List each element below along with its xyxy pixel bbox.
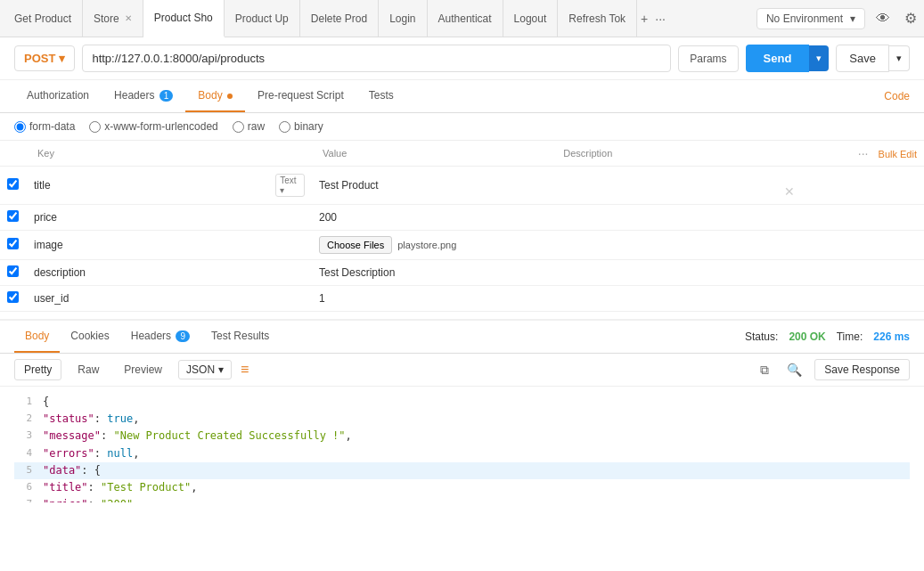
desc-input-image[interactable] [560,239,795,251]
save-dropdown-button[interactable]: ▾ [889,45,910,71]
option-form-data[interactable]: form-data [14,120,75,133]
choose-files-button[interactable]: Choose Files [319,236,392,254]
env-dropdown[interactable]: No Environment ▾ [756,8,865,29]
add-tab-button[interactable]: + [637,10,651,28]
key-cell-image [27,231,312,260]
tab-product-sho[interactable]: Product Sho [143,0,225,37]
resp-tab-cookies[interactable]: Cookies [60,321,119,353]
send-button[interactable]: Send [746,45,810,72]
value-input-price[interactable] [319,211,545,224]
desc-input-price[interactable] [560,211,795,224]
url-bar: POST ▾ Params Send ▾ Save ▾ [0,37,924,80]
tab-product-up[interactable]: Product Up [225,0,300,37]
save-response-button[interactable]: Save Response [814,359,910,380]
json-line-4: 4 "errors": null, [14,445,910,462]
desc-input-user_id[interactable] [560,292,795,305]
col-key: Key [27,141,312,167]
tab-authenticat[interactable]: Authenticat [428,0,503,37]
resp-cookies-label: Cookies [70,330,109,342]
row-checkbox-image[interactable] [7,238,19,249]
table-row [0,205,924,231]
key-cell-title: Text ▾ [27,167,312,205]
tab-store[interactable]: Store✕ [83,0,143,37]
tab-login[interactable]: Login [379,0,427,37]
tab-label: Product Sho [154,12,213,24]
method-label: POST [24,52,55,65]
value-input-title[interactable] [319,179,545,192]
new-row-value-cell[interactable]: Value [312,312,552,320]
json-line-3: 3 "message": "New Product Created Succes… [14,428,910,445]
save-button[interactable]: Save [836,45,889,72]
value-cell-user_id [312,286,552,312]
fmt-pretty[interactable]: Pretty [14,359,61,380]
line-content: "message": "New Product Created Successf… [43,428,352,445]
eye-icon[interactable]: 👁 [872,7,894,30]
line-content: "title": "Test Product", [43,479,197,496]
value-input-user_id[interactable] [319,292,545,305]
json-line-7: 7 "price": "200", [14,496,910,502]
desc-input-title[interactable] [560,172,795,184]
col-description: Description [552,141,802,167]
key-input-user_id[interactable] [34,292,305,305]
tab-body[interactable]: Body [185,80,245,112]
delete-row-button[interactable]: ✕ [784,184,795,199]
code-link[interactable]: Code [884,90,910,102]
more-tabs-button[interactable]: ··· [651,10,669,28]
tab-label: Get Product [14,12,71,25]
key-input-price[interactable] [34,211,305,224]
new-row-checkbox-cell [0,312,27,320]
wrap-button[interactable]: ≡ [239,360,250,379]
row-checkbox-description[interactable] [7,265,19,277]
tab-tests[interactable]: Tests [356,80,406,112]
value-cell-image: Choose Filesplaystore.png [312,231,552,260]
row-checkbox-user_id[interactable] [7,291,19,303]
settings-icon[interactable]: ⚙ [901,6,920,30]
status-info: Status: 200 OK Time: 226 ms [745,330,910,343]
key-input-description[interactable] [34,266,305,279]
format-dropdown[interactable]: JSON ▾ [178,360,232,379]
new-row-desc-cell[interactable]: Description [552,312,802,320]
row-checkbox-title[interactable] [7,178,19,190]
close-icon[interactable]: ✕ [125,13,132,23]
body-dot [227,94,233,99]
key-input-title[interactable] [34,179,270,192]
tab-authorization[interactable]: Authorization [14,80,102,112]
type-badge[interactable]: Text ▾ [275,174,305,197]
key-input-image[interactable] [34,239,305,251]
tab-refresh-tok[interactable]: Refresh Tok [558,0,637,37]
env-selector: No Environment ▾ 👁 ⚙ [756,6,920,30]
new-key-row: New key Value Description [0,312,924,320]
method-select[interactable]: POST ▾ [14,45,75,71]
new-row-key-cell[interactable]: New key [27,312,312,320]
tab-delete-prod[interactable]: Delete Prod [300,0,379,37]
value-cell-description [312,260,552,286]
fmt-raw[interactable]: Raw [69,360,108,379]
copy-button[interactable]: ⧉ [755,359,774,380]
line-number: 2 [14,411,43,428]
tab-pre-request[interactable]: Pre-request Script [245,80,356,112]
url-input[interactable] [82,45,671,72]
tab-headers[interactable]: Headers 1 [102,80,185,112]
send-dropdown-button[interactable]: ▾ [809,45,829,71]
response-time: 226 ms [873,330,910,343]
three-dots-icon[interactable]: ··· [858,146,869,160]
bulk-edit-button[interactable]: Bulk Edit [879,149,917,159]
table-row: Text ▾ ✕ [0,167,924,205]
resp-tab-body[interactable]: Body [14,321,60,353]
desc-input-description[interactable] [560,266,795,279]
params-button[interactable]: Params [678,45,738,72]
tab-get-product[interactable]: Get Product [4,0,83,37]
resp-tab-headers[interactable]: Headers 9 [120,321,200,353]
option-urlencoded[interactable]: x-www-form-urlencoded [89,120,217,133]
row-checkbox-price[interactable] [7,210,19,222]
resp-tab-test-results[interactable]: Test Results [200,321,280,353]
fmt-preview[interactable]: Preview [115,360,171,379]
option-raw[interactable]: raw [233,120,265,133]
option-binary[interactable]: binary [279,120,323,133]
form-table: Key Value Description ··· Bulk Edit Text… [0,141,924,319]
tab-label: Login [389,12,415,25]
value-input-description[interactable] [319,266,545,279]
request-tabs: Authorization Headers 1 Body Pre-request… [0,80,924,113]
tab-logout[interactable]: Logout [503,0,559,37]
search-icon-button[interactable]: 🔍 [781,359,807,380]
